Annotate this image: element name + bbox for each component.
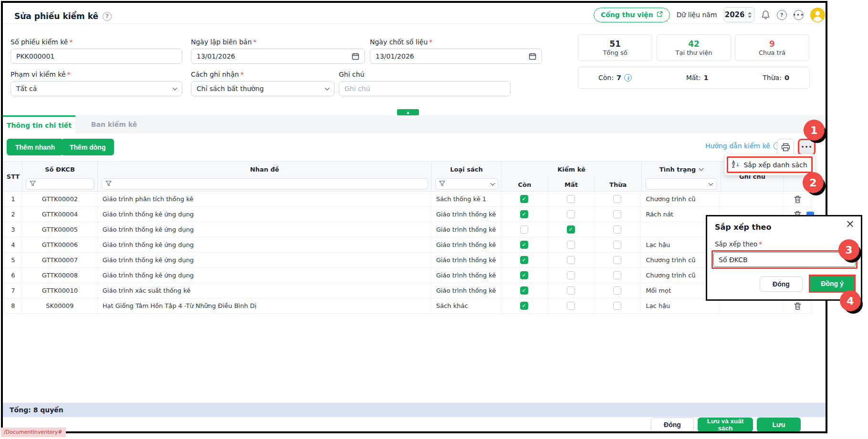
inventory-no-input[interactable] (16, 52, 177, 60)
report-date-input[interactable] (197, 52, 352, 60)
cell-stt: 5 (4, 253, 22, 267)
question-icon[interactable]: ? (777, 10, 787, 20)
stat-card-total: 51 Tổng số (578, 34, 652, 61)
checkbox-mat[interactable] (567, 195, 575, 203)
more-icon[interactable]: ••• (794, 10, 804, 20)
inventory-no-field[interactable] (10, 49, 182, 64)
year-spinner[interactable] (745, 8, 754, 22)
status-filter-select[interactable] (646, 178, 717, 190)
type-filter-input[interactable] (448, 180, 489, 188)
col-status[interactable]: Tình trạng (642, 162, 721, 177)
inventory-no-label: Số phiếu kiểm kê* (10, 38, 73, 46)
year-input[interactable]: 2026 (724, 7, 754, 22)
checkbox-mat[interactable] (567, 302, 575, 310)
chevron-down-icon (708, 181, 713, 186)
table-row: 6 GTTK00008 Giáo trình thống kê ứng dụng… (4, 268, 812, 283)
sort-list-menu-item[interactable]: AZ↓ Sắp xếp danh sách (727, 156, 813, 173)
report-date-field[interactable] (191, 49, 365, 64)
collapse-panel-button[interactable]: ▲ (397, 109, 419, 115)
bell-icon[interactable] (761, 10, 770, 20)
info-icon[interactable]: i (624, 74, 632, 82)
checkbox-thua[interactable] (613, 271, 621, 279)
cell-dkcb: GTTK00002 (22, 192, 98, 206)
checkbox-thua[interactable] (613, 210, 621, 218)
cell-note (720, 192, 783, 206)
close-icon[interactable]: × (846, 218, 855, 229)
note-field[interactable] (339, 81, 511, 96)
trash-icon[interactable] (794, 302, 801, 310)
sort-by-select[interactable]: Số ĐKCB (713, 252, 856, 267)
checkbox-mat[interactable] (567, 210, 575, 218)
external-link-icon (657, 11, 663, 19)
checkbox-thua[interactable] (613, 286, 621, 295)
note-input[interactable] (345, 85, 505, 92)
add-row-button[interactable]: Thêm dòng (61, 139, 114, 155)
checkbox-con[interactable] (520, 241, 528, 249)
quick-add-button[interactable]: Thêm nhanh (7, 139, 63, 155)
annotation-step-4: 4 (840, 290, 861, 311)
checkbox-mat[interactable] (567, 225, 575, 234)
checkbox-mat[interactable] (567, 271, 575, 279)
title-filter-input[interactable] (114, 180, 424, 188)
cell-type: Giáo trình thống kê (431, 222, 501, 237)
cell-title: Hạt Giống Tâm Hồn Tập 4 -Từ Những Điều B… (98, 298, 431, 313)
checkbox-thua[interactable] (613, 225, 621, 234)
tab-inventory-board[interactable]: Ban kiểm kê (75, 115, 153, 133)
close-button[interactable]: Đóng (651, 418, 694, 432)
modal-title: Sắp xếp theo (715, 223, 771, 232)
save-export-button[interactable]: Lưu và xuất sách (698, 418, 753, 432)
type-filter[interactable] (435, 178, 498, 190)
cell-dkcb: GTTK00007 (22, 253, 98, 267)
checkbox-mat[interactable] (567, 256, 575, 264)
checkbox-mat[interactable] (567, 286, 575, 295)
dkcb-filter[interactable] (26, 178, 94, 190)
tab-detail-info[interactable]: Thông tin chi tiết (3, 115, 75, 133)
inventory-guide-link[interactable]: Hướng dẫn kiểm kê i (705, 142, 781, 150)
dkcb-filter-input[interactable] (38, 180, 91, 188)
calendar-icon[interactable] (529, 52, 536, 60)
scope-select[interactable]: Tất cả (10, 81, 182, 96)
modal-close-button[interactable]: Đóng (760, 276, 803, 292)
col-inventory-group: Kiểm kê (502, 162, 641, 177)
checkbox-thua[interactable] (613, 302, 621, 310)
highlight-box: Số ĐKCB (711, 250, 858, 269)
checkbox-con[interactable] (520, 225, 528, 234)
cell-dkcb: GTTK00004 (22, 207, 98, 222)
cell-stt: 3 (4, 222, 22, 237)
calendar-icon[interactable] (352, 52, 359, 60)
spinner-up-icon[interactable] (748, 12, 752, 14)
report-date-label: Ngày lập biên bản* (191, 38, 257, 46)
table-row: 5 GTTK00007 Giáo trình thống kê ứng dụng… (4, 253, 812, 268)
header-bar: Sửa phiếu kiểm kê ? Cổng thư viện Dữ liệ… (3, 3, 826, 24)
checkbox-con[interactable] (520, 210, 528, 218)
lock-date-input[interactable] (376, 52, 529, 60)
checkbox-con[interactable] (520, 256, 528, 264)
help-icon[interactable]: ? (103, 12, 112, 21)
library-portal-button[interactable]: Cổng thư viện (594, 8, 670, 22)
checkbox-con[interactable] (520, 286, 528, 295)
spinner-down-icon[interactable] (748, 16, 752, 18)
lock-date-field[interactable] (370, 49, 542, 64)
print-button[interactable] (777, 139, 794, 155)
checkbox-thua[interactable] (613, 256, 621, 264)
trash-icon[interactable] (794, 195, 801, 203)
cell-dkcb: GTTK00006 (22, 237, 98, 252)
title-filter[interactable] (102, 178, 428, 190)
cell-dkcb: GTTK00005 (22, 222, 98, 237)
save-button[interactable]: Lưu (757, 418, 801, 432)
checkbox-thua[interactable] (613, 195, 621, 203)
cell-type: Giáo trình thống kê (431, 268, 501, 283)
avatar[interactable] (810, 8, 825, 22)
record-mode-select[interactable]: Chỉ sách bất thường (191, 81, 335, 96)
checkbox-con[interactable] (520, 302, 528, 310)
cell-type: Giáo trình thống kê (431, 237, 501, 252)
modal-ok-button[interactable]: Đồng ý (810, 276, 854, 291)
checkbox-con[interactable] (520, 271, 528, 279)
page-title: Sửa phiếu kiểm kê (14, 11, 98, 21)
checkbox-mat[interactable] (567, 241, 575, 249)
checkbox-con[interactable] (520, 195, 528, 203)
more-options-button[interactable]: ••• (798, 139, 816, 155)
annotation-step-1: 1 (804, 120, 825, 141)
col-mat: Mất (548, 177, 595, 192)
checkbox-thua[interactable] (613, 241, 621, 249)
